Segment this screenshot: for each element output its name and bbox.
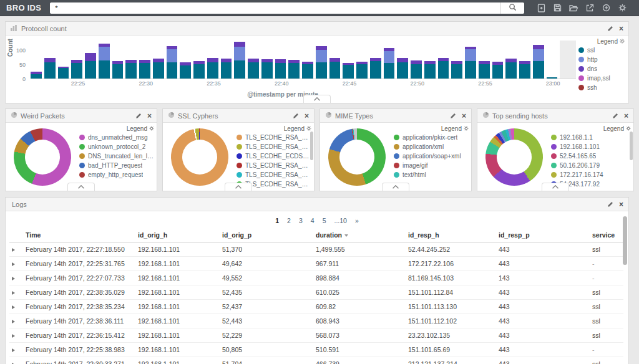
legend-item[interactable]: unknown_protocol_2: [79, 143, 154, 150]
add-circle-icon[interactable]: [599, 2, 613, 14]
donut-chart[interactable]: [171, 128, 228, 186]
legend-item[interactable]: http: [578, 56, 625, 63]
bar-segment-ssl[interactable]: [139, 63, 150, 79]
legend-item[interactable]: TLS_ECDHE_RSA_WIT…: [237, 171, 311, 178]
bar-segment-ssl[interactable]: [275, 63, 286, 79]
legend-item[interactable]: application/pkix-cert: [394, 134, 469, 141]
column-header-service[interactable]: service: [590, 228, 623, 242]
log-row[interactable]: February 14th 2017, 22:27:07.733192.168.…: [9, 271, 623, 285]
expand-caret-icon[interactable]: [12, 348, 15, 352]
bar-22:26[interactable]: [85, 41, 96, 79]
bar-segment-ssl[interactable]: [261, 62, 273, 79]
legend-item[interactable]: image/gif: [394, 162, 469, 169]
legend-swatch[interactable]: [551, 153, 557, 159]
bar-segment-http[interactable]: [316, 50, 327, 62]
bar-22:24[interactable]: [58, 41, 69, 79]
bar-segment-ssl[interactable]: [384, 63, 395, 79]
bar-22:36[interactable]: [221, 41, 232, 79]
log-row[interactable]: February 14th 2017, 22:30:33.271192.168.…: [9, 357, 623, 364]
bar-22:34[interactable]: [193, 41, 205, 79]
bar-segment-ssl[interactable]: [112, 64, 124, 79]
bar-22:28[interactable]: [112, 41, 124, 79]
page-link-1[interactable]: 1: [275, 217, 279, 224]
bar-segment-ssl[interactable]: [44, 62, 56, 79]
page-link-5[interactable]: 5: [323, 217, 326, 224]
bar-22:42[interactable]: [302, 41, 313, 79]
legend-swatch[interactable]: [79, 144, 85, 150]
bar-segment-ssl[interactable]: [207, 62, 218, 79]
bar-segment-dns[interactable]: [85, 53, 96, 61]
legend-item[interactable]: TLS_ECDHE_ECDSA_…: [237, 153, 311, 160]
bar-segment-ssl[interactable]: [221, 62, 232, 79]
bar-segment-dns[interactable]: [234, 42, 245, 47]
bar-segment-ssl[interactable]: [99, 60, 110, 79]
bar-22:57[interactable]: [505, 41, 517, 79]
legend-scrollbar[interactable]: [310, 132, 313, 160]
collapse-chevron[interactable]: [382, 183, 409, 191]
bar-23:00[interactable]: [547, 41, 558, 79]
legend-item[interactable]: empty_http_request: [79, 171, 154, 178]
legend-item[interactable]: TLS_ECDHE_RSA_WIT…: [237, 134, 311, 141]
log-row[interactable]: February 14th 2017, 22:25:38.983192.168.…: [9, 343, 623, 357]
close-icon[interactable]: ×: [305, 112, 309, 120]
legend-item[interactable]: TLS_ECDHE_RSA_WIT…: [237, 143, 311, 150]
legend-gear-icon[interactable]: [149, 125, 154, 132]
legend-swatch[interactable]: [79, 153, 85, 159]
bar-22:23[interactable]: [44, 41, 56, 79]
page-link-2[interactable]: 2: [287, 217, 291, 224]
bar-22:44[interactable]: [329, 41, 341, 79]
bar-segment-dns[interactable]: [533, 45, 544, 49]
edit-pencil-icon[interactable]: [607, 26, 613, 32]
close-icon[interactable]: ×: [147, 112, 152, 120]
legend-swatch[interactable]: [578, 85, 584, 90]
bar-22:48[interactable]: [384, 41, 395, 79]
legend-swatch[interactable]: [79, 163, 85, 168]
close-icon[interactable]: ×: [624, 112, 628, 120]
expand-caret-icon[interactable]: [12, 248, 15, 252]
legend-swatch[interactable]: [578, 66, 584, 72]
close-icon[interactable]: ×: [619, 25, 623, 32]
collapse-chevron[interactable]: [225, 183, 252, 191]
legend-swatch[interactable]: [237, 144, 242, 150]
bar-segment-ssl[interactable]: [193, 64, 205, 79]
legend-swatch[interactable]: [79, 135, 85, 140]
bar-22:54[interactable]: [465, 41, 476, 79]
column-header-Time[interactable]: Time: [23, 228, 135, 242]
legend-item[interactable]: dns: [578, 65, 625, 72]
column-header-id_resp_h[interactable]: id_resp_h: [406, 228, 496, 242]
bar-segment-ssl[interactable]: [316, 62, 327, 79]
page-link-...10[interactable]: ...10: [334, 217, 346, 224]
collapse-chevron[interactable]: [303, 95, 331, 103]
legend-swatch[interactable]: [551, 163, 557, 168]
bar-segment-http[interactable]: [99, 47, 110, 60]
legend-swatch[interactable]: [394, 135, 399, 140]
bar-segment-dns[interactable]: [44, 58, 56, 62]
bar-segment-http[interactable]: [533, 49, 544, 61]
bar-22:22[interactable]: [31, 41, 42, 79]
search-input[interactable]: [50, 2, 500, 14]
column-header-id_orig_p[interactable]: id_orig_p: [220, 228, 313, 242]
legend-item[interactable]: bad_HTTP_request: [79, 162, 154, 169]
bar-segment-ssl[interactable]: [533, 61, 544, 79]
log-row[interactable]: February 14th 2017, 22:27:18.550192.168.…: [9, 242, 623, 257]
bar-segment-ssl[interactable]: [302, 64, 313, 79]
legend-item[interactable]: 192.168.1.1: [551, 134, 631, 141]
legend-gear-icon[interactable]: [620, 38, 625, 45]
donut-chart[interactable]: [485, 128, 543, 186]
bar-22:47[interactable]: [370, 41, 381, 79]
legend-swatch[interactable]: [394, 163, 399, 168]
bar-segment-http[interactable]: [234, 47, 245, 61]
bar-22:30[interactable]: [139, 41, 150, 79]
legend-swatch[interactable]: [551, 172, 557, 178]
page-link-4[interactable]: 4: [311, 217, 315, 224]
bar-22:27[interactable]: [99, 41, 110, 79]
bar-segment-ssl[interactable]: [465, 61, 476, 79]
bar-22:53[interactable]: [451, 41, 462, 79]
bar-segment-dns[interactable]: [207, 58, 218, 62]
bar-segment-ssl[interactable]: [248, 62, 259, 79]
legend-item[interactable]: DNS_truncated_len_lt_…: [79, 153, 154, 160]
bar-22:25[interactable]: [71, 41, 82, 79]
bar-22:38[interactable]: [248, 41, 259, 79]
edit-pencil-icon[interactable]: [293, 113, 299, 119]
bar-segment-ssl[interactable]: [519, 64, 530, 79]
